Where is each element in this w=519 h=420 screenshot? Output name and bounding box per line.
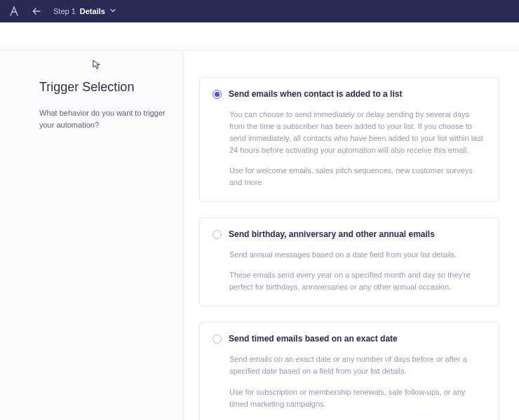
option-body: You can choose to send immediately or de…: [213, 109, 486, 189]
top-bar: Step 1 Details: [0, 0, 519, 22]
left-panel: Trigger Selection What behavior do you w…: [0, 22, 184, 420]
option-desc: Send annual messages based on a date fie…: [229, 249, 486, 261]
header-strip: [0, 22, 519, 50]
option-title: Send timed emails based on an exact date: [229, 334, 398, 344]
options-panel: Send emails when contact is added to a l…: [184, 22, 519, 420]
option-body: Send emails on an exact date or any numb…: [213, 353, 486, 409]
option-head[interactable]: Send emails when contact is added to a l…: [213, 89, 486, 99]
option-desc: You can choose to send immediately or de…: [229, 109, 486, 156]
option-title: Send emails when contact is added to a l…: [229, 89, 402, 99]
option-desc: Send emails on an exact date or any numb…: [229, 353, 486, 377]
option-usecase: Use for welcome emails, sales pitch sequ…: [229, 165, 486, 189]
option-title: Send birthday, anniversary and other ann…: [229, 229, 435, 239]
back-button[interactable]: [29, 4, 43, 18]
radio-selected-icon[interactable]: [213, 90, 222, 99]
option-head[interactable]: Send birthday, anniversary and other ann…: [213, 229, 486, 239]
option-head[interactable]: Send timed emails based on an exact date: [213, 334, 486, 344]
page-subtitle: What behavior do you want to trigger you…: [39, 107, 166, 131]
page-body: Trigger Selection What behavior do you w…: [0, 22, 519, 420]
cursor-icon: [93, 60, 102, 69]
trigger-option-annual[interactable]: Send birthday, anniversary and other ann…: [199, 217, 499, 306]
step-name: Details: [80, 7, 105, 15]
radio-unselected-icon[interactable]: [213, 334, 222, 344]
app-logo: [7, 4, 21, 18]
chevron-down-icon: [109, 7, 116, 15]
trigger-option-exact-date[interactable]: Send timed emails based on an exact date…: [199, 322, 499, 420]
option-usecase: These emails send every year on a specif…: [229, 269, 486, 293]
option-usecase: Use for subscription or membership renew…: [229, 386, 486, 410]
option-body: Send annual messages based on a date fie…: [213, 249, 486, 293]
step-prefix: Step 1: [53, 7, 76, 15]
page-title: Trigger Selection: [39, 80, 166, 95]
step-dropdown[interactable]: Step 1 Details: [53, 7, 116, 15]
trigger-option-list-added[interactable]: Send emails when contact is added to a l…: [199, 77, 499, 202]
radio-unselected-icon[interactable]: [213, 230, 222, 239]
